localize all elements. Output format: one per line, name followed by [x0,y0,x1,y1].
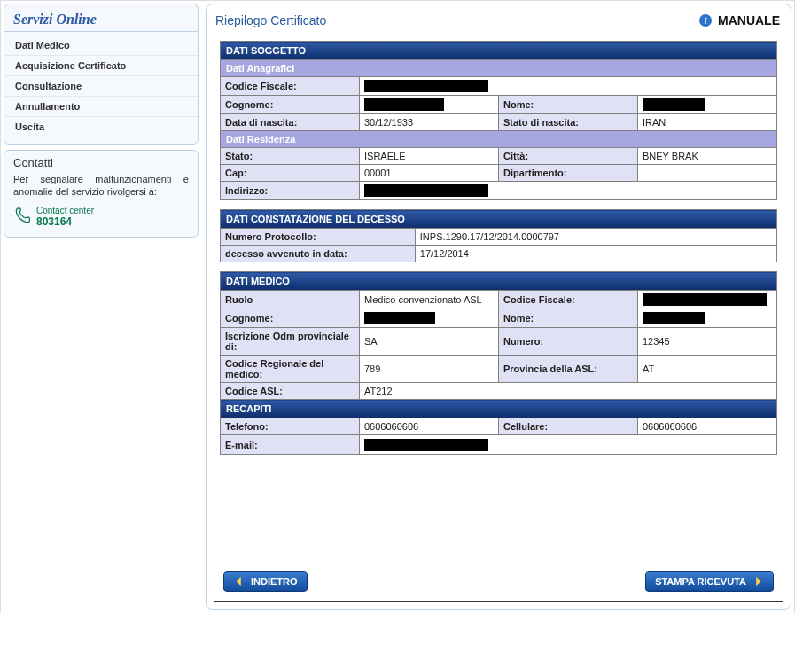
stato-nascita-label: Stato di nascita: [499,114,638,131]
soggetto-nome-label: Nome: [499,96,638,114]
decesso-data-value: 17/12/2014 [415,246,776,262]
dati-soggetto-table: DATI SOGGETTO Dati Anagrafici Codice Fis… [220,41,777,200]
arrow-right-icon [752,575,764,588]
telefono-value: 0606060606 [360,418,499,435]
stato-nascita-value: IRAN [638,114,777,131]
dati-medico-table: DATI MEDICO Ruolo Medico convenzionato A… [220,271,777,454]
print-button-label: STAMPA RICEVUTA [655,576,746,587]
medico-cognome-value [360,309,499,328]
medico-nome-value [638,309,777,328]
info-icon: i [698,13,713,27]
sidebar-item-consultazione[interactable]: Consultazione [4,76,198,97]
contacts-title: Contatti [13,156,189,169]
content-area: DATI SOGGETTO Dati Anagrafici Codice Fis… [214,35,783,602]
provasl-value: AT [638,356,777,383]
iscrizione-label: Iscrizione Odm provinciale di: [221,328,360,356]
sidebar-item-acquisizione-certificato[interactable]: Acquisizione Certificato [4,56,198,76]
indirizzo-label: Indirizzo: [221,182,360,200]
iscrizione-value: SA [360,328,499,356]
dati-anagrafici-subheader: Dati Anagrafici [221,60,777,77]
main-panel: Riepilogo Certificato i MANUALE DATI SOG… [206,4,791,610]
redacted-block [643,312,705,324]
contact-center-number: 803164 [36,215,94,228]
numero-value: 12345 [638,328,777,356]
redacted-block [364,312,435,324]
sidebar-menu-box: Servizi Online Dati Medico Acquisizione … [4,4,199,145]
dati-soggetto-header: DATI SOGGETTO [221,42,777,60]
sidebar-menu: Dati Medico Acquisizione Certificato Con… [4,32,198,144]
soggetto-cognome-value [360,96,499,114]
back-button-label: INDIETRO [251,576,298,587]
codasl-value: AT212 [360,383,777,400]
arrow-left-icon [233,575,246,588]
redacted-block [364,184,488,197]
page-root: Servizi Online Dati Medico Acquisizione … [0,0,795,613]
stato-res-value: ISRAELE [360,148,499,165]
sidebar: Servizi Online Dati Medico Acquisizione … [4,4,199,610]
panel-title: Riepilogo Certificato [215,13,326,27]
redacted-block [364,98,444,111]
redacted-block [364,80,488,92]
codasl-label: Codice ASL: [221,383,360,400]
codreg-value: 789 [360,356,499,383]
phone-icon [13,206,31,227]
stato-res-label: Stato: [221,148,360,165]
email-label: E-mail: [221,435,360,454]
telefono-label: Telefono: [221,418,360,435]
sidebar-title: Servizi Online [4,4,198,32]
dipartimento-label: Dipartimento: [499,165,638,182]
numero-label: Numero: [499,328,638,356]
medico-cf-value [638,291,777,309]
protocollo-value: INPS.1290.17/12/2014.0000797 [415,229,776,246]
main: Riepilogo Certificato i MANUALE DATI SOG… [206,4,791,610]
redacted-block [364,439,488,451]
cap-value: 00001 [360,165,499,182]
dati-medico-header: DATI MEDICO [221,272,777,291]
redacted-block [643,98,705,111]
back-button[interactable]: INDIETRO [223,571,308,592]
ruolo-value: Medico convenzionato ASL [360,291,499,309]
panel-header: Riepilogo Certificato i MANUALE [210,8,787,31]
cellulare-value: 0606060606 [638,418,777,435]
contact-center-row: Contact center 803164 [13,206,189,228]
sidebar-item-uscita[interactable]: Uscita [4,117,198,137]
contacts-text: Per segnalare malfunzionamenti e anomali… [13,173,189,199]
ruolo-label: Ruolo [221,291,360,309]
data-nascita-label: Data di nascita: [221,114,360,131]
cellulare-label: Cellulare: [499,418,638,435]
dipartimento-value [638,165,777,182]
print-button[interactable]: STAMPA RICEVUTA [645,571,774,592]
sidebar-item-dati-medico[interactable]: Dati Medico [4,35,198,56]
email-value [360,435,777,454]
cf-value [360,77,777,96]
medico-nome-label: Nome: [499,309,638,328]
dati-residenza-subheader: Dati Residenza [221,131,777,148]
dati-decesso-header: DATI CONSTATAZIONE DEL DECESSO [221,210,777,229]
soggetto-nome-value [638,96,777,114]
citta-label: Città: [499,148,638,165]
citta-value: BNEY BRAK [638,148,777,165]
indirizzo-value [360,182,777,200]
manual-label: MANUALE [718,13,780,27]
soggetto-cognome-label: Cognome: [221,96,360,114]
decesso-data-label: decesso avvenuto in data: [221,246,416,262]
cf-label: Codice Fiscale: [221,77,360,96]
data-nascita-value: 30/12/1933 [360,114,499,131]
medico-cognome-label: Cognome: [221,309,360,328]
dati-decesso-table: DATI CONSTATAZIONE DEL DECESSO Numero Pr… [220,209,777,262]
contact-center-text: Contact center 803164 [36,206,94,228]
recapiti-header: RECAPITI [221,400,777,418]
sidebar-contacts-box: Contatti Per segnalare malfunzionamenti … [4,150,199,238]
sidebar-item-annullamento[interactable]: Annullamento [4,97,198,117]
provasl-label: Provincia della ASL: [499,356,638,383]
manual-link[interactable]: i MANUALE [698,13,780,27]
codreg-label: Codice Regionale del medico: [221,356,360,383]
medico-cf-label: Codice Fiscale: [499,291,638,309]
redacted-block [643,293,767,306]
cap-label: Cap: [221,165,360,182]
contact-center-label: Contact center [36,206,94,215]
button-row: INDIETRO STAMPA RICEVUTA [220,557,777,592]
protocollo-label: Numero Protocollo: [221,229,416,246]
